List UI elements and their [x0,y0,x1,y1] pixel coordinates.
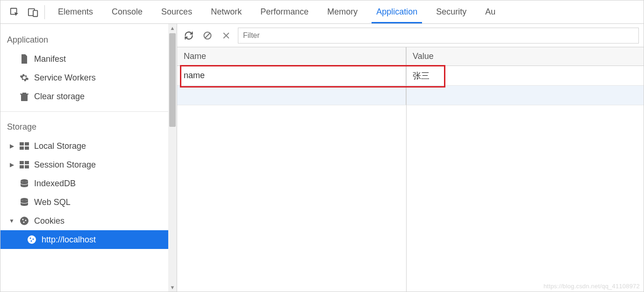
table-grid-icon [19,160,29,170]
cookies-toolbar [177,24,644,47]
table-row[interactable]: name 张三 [177,66,644,86]
sidebar-item-label: Manifest [34,54,66,64]
sidebar-item-label: Session Storage [34,160,96,170]
cell-empty [406,86,644,105]
watermark-text: https://blog.csdn.net/qq_41108972 [544,283,640,290]
cookies-table: Name Value name 张三 https://blog.csdn.net… [177,47,644,292]
table-body: name 张三 [177,66,644,105]
database-icon [19,197,29,207]
scroll-up-icon[interactable]: ▲ [168,24,177,32]
tab-console[interactable]: Console [102,0,152,23]
device-toolbar-icon[interactable] [24,3,43,22]
sidebar-item-clear-storage[interactable]: Clear storage [0,87,168,106]
tabs-container: Elements Console Sources Network Perform… [49,0,639,23]
inspect-element-icon[interactable] [5,3,24,22]
clear-all-button[interactable] [200,29,215,43]
section-divider [0,111,168,112]
svg-point-11 [33,239,34,240]
sidebar-item-manifest[interactable]: Manifest [0,50,168,68]
sidebar-item-label: http://localhost [42,235,96,245]
caret-down-icon: ▼ [9,218,14,224]
svg-point-9 [28,235,36,244]
column-divider[interactable] [406,47,407,292]
sidebar-item-session-storage[interactable]: ▶ Session Storage [0,155,168,174]
caret-right-icon: ▶ [9,143,14,149]
svg-point-3 [21,179,28,182]
sidebar-item-cookies[interactable]: ▼ Cookies [0,212,168,230]
sidebar-item-label: Clear storage [34,92,85,102]
content-pane: Name Value name 张三 https://blog.csdn.net… [177,24,644,292]
refresh-button[interactable] [182,29,196,43]
svg-point-8 [23,222,25,223]
table-header: Name Value [177,47,644,66]
cell-name: name [177,66,406,85]
cell-empty [177,86,406,105]
svg-rect-2 [33,10,37,16]
sidebar-item-local-storage[interactable]: ▶ Local Storage [0,137,168,155]
sidebar-item-label: Cookies [34,216,64,226]
sidebar-item-indexeddb[interactable]: IndexedDB [0,174,168,193]
sidebar-content: Application Manifest Service Workers Cle… [0,24,168,292]
svg-point-4 [21,198,28,201]
tab-more-truncated[interactable]: Au [476,0,505,23]
main-split: Application Manifest Service Workers Cle… [0,24,644,292]
sidebar-item-label: Service Workers [34,73,96,83]
table-row-empty[interactable] [177,86,644,105]
file-icon [19,54,29,64]
separator [44,5,45,19]
cell-value: 张三 [406,66,644,85]
sidebar-item-label: Web SQL [34,197,71,207]
tab-application[interactable]: Application [367,0,427,23]
tab-sources[interactable]: Sources [152,0,201,23]
application-sidebar: Application Manifest Service Workers Cle… [0,24,177,292]
tab-memory[interactable]: Memory [318,0,367,23]
tab-performance[interactable]: Performance [251,0,318,23]
sidebar-scrollbar[interactable]: ▲ ▼ [168,24,177,292]
section-header-application: Application [0,31,168,50]
sidebar-item-label: Local Storage [34,141,86,151]
svg-point-10 [30,238,31,239]
tab-elements[interactable]: Elements [49,0,102,23]
sidebar-item-cookie-origin[interactable]: http://localhost [0,230,168,249]
sidebar-item-service-workers[interactable]: Service Workers [0,68,168,87]
filter-input[interactable] [238,28,639,44]
delete-selected-button[interactable] [219,29,233,43]
sidebar-item-label: IndexedDB [34,179,76,189]
caret-right-icon: ▶ [9,161,14,168]
devtools-tabbar: Elements Console Sources Network Perform… [0,0,644,24]
gear-icon [19,73,29,83]
tab-security[interactable]: Security [427,0,476,23]
trash-icon [19,91,29,102]
table-grid-icon [19,141,29,151]
tab-network[interactable]: Network [201,0,251,23]
svg-point-7 [25,220,27,221]
svg-line-14 [205,33,210,38]
scroll-down-icon[interactable]: ▼ [168,283,177,292]
cookie-icon [19,216,29,226]
svg-point-12 [31,241,32,242]
column-header-value[interactable]: Value [406,47,644,66]
svg-point-5 [20,217,29,225]
section-header-storage: Storage [0,118,168,137]
database-icon [19,178,29,189]
cookie-icon [27,234,37,245]
sidebar-item-web-sql[interactable]: Web SQL [0,193,168,212]
svg-point-6 [22,219,24,220]
scroll-thumb[interactable] [169,33,176,127]
column-header-name[interactable]: Name [177,47,406,66]
